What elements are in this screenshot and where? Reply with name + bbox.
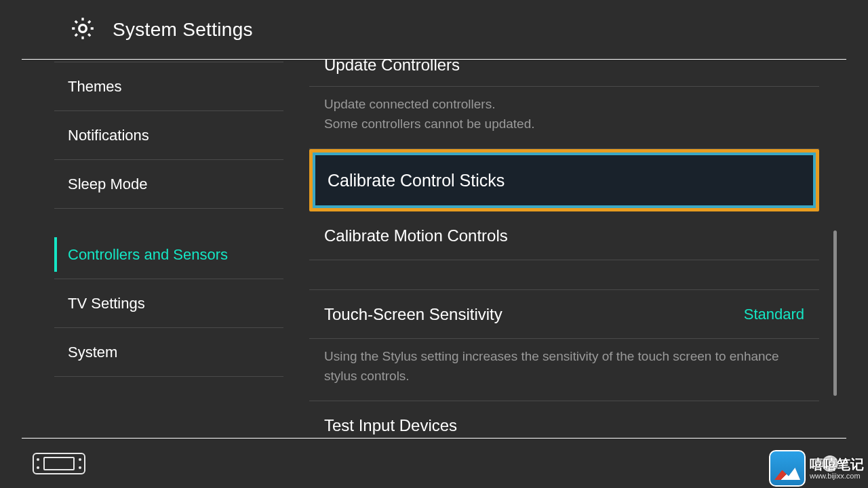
desc-update-controllers: Update connected controllers. Some contr… xyxy=(309,87,819,149)
selection-highlight-outer: Calibrate Control Sticks xyxy=(309,149,819,211)
row-touch-screen-sensitivity[interactable]: Touch-Screen Sensitivity Standard xyxy=(309,290,819,339)
row-label: Touch-Screen Sensitivity xyxy=(324,305,502,324)
row-calibrate-motion-controls[interactable]: Calibrate Motion Controls xyxy=(309,211,819,260)
sidebar-item-label: Controllers and Sensors xyxy=(68,246,228,264)
row-label: Calibrate Motion Controls xyxy=(324,226,508,245)
selection-highlight-inner: Calibrate Control Sticks xyxy=(313,152,816,208)
sidebar-item-label: System xyxy=(68,344,117,361)
sidebar-item-tv-settings[interactable]: TV Settings xyxy=(54,279,283,328)
row-update-controllers[interactable]: Update Controllers xyxy=(309,60,819,87)
sidebar-item-notifications[interactable]: Notifications xyxy=(54,111,283,160)
footer: B xyxy=(22,438,846,488)
scrollbar-thumb[interactable] xyxy=(833,230,837,396)
sidebar-item-sleep-mode[interactable]: Sleep Mode xyxy=(54,160,283,209)
row-test-input-devices[interactable]: Test Input Devices xyxy=(309,401,819,438)
sidebar-item-label: Themes xyxy=(68,78,121,96)
sidebar-item-label: Notifications xyxy=(68,127,149,144)
settings-gear-icon xyxy=(69,15,96,45)
sidebar-item-system[interactable]: System xyxy=(54,328,283,377)
row-value: Standard xyxy=(744,306,804,323)
b-button-icon[interactable]: B xyxy=(822,455,838,472)
row-label: Test Input Devices xyxy=(324,416,457,435)
svg-point-0 xyxy=(79,24,87,32)
sidebar-item-label: TV Settings xyxy=(68,295,145,312)
content-scrollbar[interactable] xyxy=(833,80,837,405)
sidebar-item-controllers-and-sensors[interactable]: Controllers and Sensors xyxy=(54,230,283,279)
section-spacer xyxy=(309,260,819,290)
console-icon xyxy=(33,453,85,474)
sidebar-item-themes[interactable]: Themes xyxy=(54,62,283,111)
sidebar: amiibo Themes Notifications Sleep Mode C… xyxy=(54,60,283,438)
row-calibrate-control-sticks[interactable]: Calibrate Control Sticks xyxy=(309,149,819,211)
sidebar-item-label: Sleep Mode xyxy=(68,176,147,193)
header: System Settings xyxy=(22,0,846,60)
row-label: Calibrate Control Sticks xyxy=(328,171,505,190)
content-panel: Update Controllers Update connected cont… xyxy=(309,60,819,438)
desc-touch-sensitivity: Using the Stylus setting increases the s… xyxy=(309,339,819,401)
page-title: System Settings xyxy=(113,19,253,41)
row-label: Update Controllers xyxy=(324,60,460,75)
